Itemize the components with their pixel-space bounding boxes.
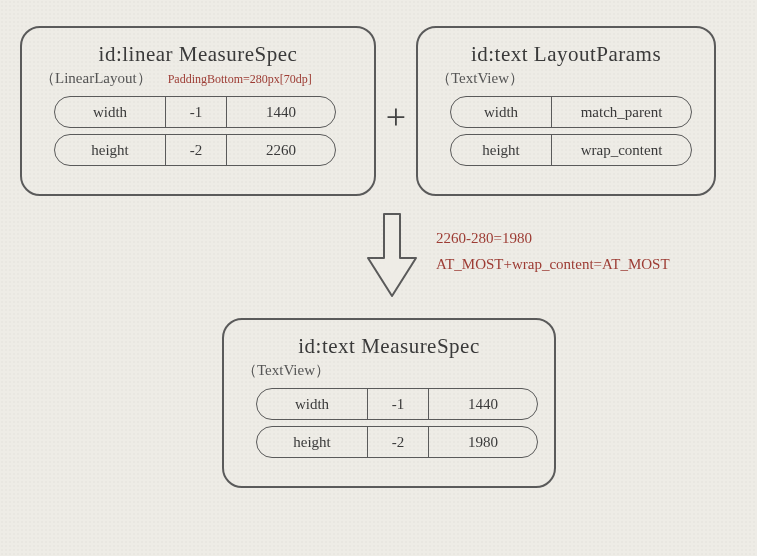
linear-height-label: height	[55, 135, 166, 165]
text-width-label: width	[451, 97, 552, 127]
text-width-row: width match_parent	[450, 96, 682, 128]
linear-height-row: height -2 2260	[54, 134, 342, 166]
note-line-2: AT_MOST+wrap_content=AT_MOST	[436, 252, 736, 278]
result-subtitle-row: （TextView）	[242, 361, 536, 380]
linear-width-mode: -1	[166, 97, 227, 127]
result-title: id:text MeasureSpec	[242, 334, 536, 359]
result-width-row: width -1 1440	[256, 388, 522, 420]
linear-subtitle-row: （LinearLayout） PaddingBottom=280px[70dp]	[40, 69, 356, 88]
linear-title: id:linear MeasureSpec	[40, 42, 356, 67]
linear-width-value: 1440	[227, 97, 335, 127]
linear-subtitle: （LinearLayout）	[40, 69, 152, 88]
text-layoutparams-box: id:text LayoutParams （TextView） width ma…	[416, 26, 716, 196]
text-height-label: height	[451, 135, 552, 165]
result-height-row: height -2 1980	[256, 426, 522, 458]
arrow-down-icon	[362, 210, 422, 302]
plus-symbol: +	[376, 96, 416, 138]
text-width-value: match_parent	[552, 97, 691, 127]
linear-measurespec-box: id:linear MeasureSpec （LinearLayout） Pad…	[20, 26, 376, 196]
linear-width-row: width -1 1440	[54, 96, 342, 128]
calculation-notes: 2260-280=1980 AT_MOST+wrap_content=AT_MO…	[436, 226, 736, 277]
linear-height-mode: -2	[166, 135, 227, 165]
result-width-label: width	[257, 389, 368, 419]
text-height-row: height wrap_content	[450, 134, 682, 166]
text-height-value: wrap_content	[552, 135, 691, 165]
result-height-mode: -2	[368, 427, 429, 457]
linear-height-value: 2260	[227, 135, 335, 165]
text-subtitle: （TextView）	[436, 69, 524, 88]
linear-padding-annotation: PaddingBottom=280px[70dp]	[168, 72, 312, 87]
result-width-mode: -1	[368, 389, 429, 419]
linear-width-label: width	[55, 97, 166, 127]
result-subtitle: （TextView）	[242, 361, 330, 380]
result-measurespec-box: id:text MeasureSpec （TextView） width -1 …	[222, 318, 556, 488]
result-height-value: 1980	[429, 427, 537, 457]
text-title: id:text LayoutParams	[436, 42, 696, 67]
note-line-1: 2260-280=1980	[436, 226, 736, 252]
text-subtitle-row: （TextView）	[436, 69, 696, 88]
result-height-label: height	[257, 427, 368, 457]
result-width-value: 1440	[429, 389, 537, 419]
